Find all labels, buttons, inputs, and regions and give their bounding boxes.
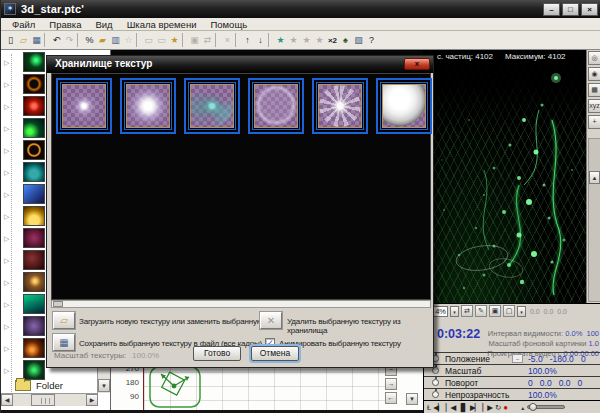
effect-thumbnail[interactable]: ▷ — [23, 294, 45, 314]
pause-button[interactable]: ▐▌ — [458, 403, 467, 412]
menu-item[interactable]: Файл — [5, 19, 42, 30]
slider-thumb[interactable] — [529, 403, 537, 411]
axes-icon[interactable]: xyz — [588, 99, 600, 113]
background-image-icon[interactable]: ▧ — [352, 33, 365, 48]
effect-thumbnail[interactable]: ▷ — [23, 206, 45, 226]
delete-texture-button[interactable]: ✕ — [260, 312, 282, 329]
scroll-right-icon[interactable]: ▶ — [86, 394, 98, 406]
move-up-icon[interactable]: ↑ — [241, 33, 254, 48]
expand-arrow-icon[interactable]: ▷ — [4, 59, 9, 67]
scrollbar-thumb[interactable] — [53, 301, 63, 307]
effect-thumbnail[interactable]: ▷ — [23, 228, 45, 248]
expand-arrow-icon[interactable]: ▷ — [4, 367, 9, 375]
scroll-left-icon[interactable]: ◀ — [1, 394, 13, 406]
load-texture-button[interactable]: ▱ — [53, 312, 75, 329]
particles-star-icon[interactable]: ★ — [274, 33, 287, 48]
property-row[interactable]: Положение ~ -5.0 -180.0 0 — [424, 352, 600, 364]
effect-thumbnail[interactable]: ▷ — [23, 118, 45, 138]
expand-arrow-icon[interactable]: ▷ — [4, 103, 9, 111]
graph-dropdown-button[interactable]: ▾ — [406, 393, 418, 405]
expand-arrow-icon[interactable]: ▷ — [4, 147, 9, 155]
expand-arrow-icon[interactable]: ▷ — [4, 279, 9, 287]
property-row[interactable]: Поворот ~ 0 0.0 0.0 0 — [424, 376, 600, 388]
copy-icon[interactable]: ▣ — [188, 33, 201, 48]
texture-scrollbar[interactable] — [51, 300, 431, 308]
effect-thumbnail[interactable]: ▷ — [23, 184, 45, 204]
tool-button[interactable]: Ł — [427, 403, 430, 412]
to-start-button[interactable]: ▏◀ — [446, 403, 456, 412]
titlebar[interactable]: ✶ 3d_star.ptc' – □ × — [1, 0, 600, 18]
expand-arrow-icon[interactable]: ▷ — [4, 81, 9, 89]
emitter-icon[interactable]: % — [83, 33, 96, 48]
expand-arrow-icon[interactable]: ▷ — [4, 257, 9, 265]
texture-slot[interactable] — [184, 78, 240, 134]
speed-slider[interactable] — [527, 405, 565, 409]
zoom-dropdown-icon[interactable]: ▾ — [450, 306, 459, 317]
effect-thumbnail[interactable]: ▷ — [23, 360, 45, 380]
redo-icon[interactable]: ↷ — [63, 33, 76, 48]
step-back-button[interactable]: ◀▏ — [433, 403, 443, 412]
copy-frame-icon[interactable]: ▣ — [489, 305, 501, 317]
move-down-icon[interactable]: ↓ — [254, 33, 267, 48]
effect-thumbnail[interactable]: ▷ — [23, 96, 45, 116]
texture-slot[interactable] — [56, 78, 112, 134]
dialog-titlebar[interactable]: Хранилище текстур — [47, 56, 433, 73]
add-star-icon[interactable]: ☆ — [122, 33, 135, 48]
property-row[interactable]: Масштаб ~ 100.0% — [424, 364, 600, 376]
texture-slot[interactable] — [312, 78, 368, 134]
texture-slot[interactable] — [248, 78, 304, 134]
scrollbar-thumb[interactable] — [31, 394, 55, 406]
x2-icon[interactable]: ×2 — [326, 33, 339, 48]
record-button[interactable]: ● — [503, 403, 508, 412]
figure-icon[interactable]: + — [588, 115, 600, 129]
expand-arrow-icon[interactable]: ▷ — [4, 301, 9, 309]
dialog-close-button[interactable]: x — [404, 58, 430, 70]
camera-icon[interactable]: ◎ — [588, 51, 600, 65]
tree-horizontal-scrollbar[interactable]: ◀ ▶ — [1, 393, 98, 406]
menu-item[interactable]: Помощь — [203, 19, 254, 30]
graph-prev-button[interactable]: ← — [385, 392, 397, 404]
particle-preview[interactable]: с. частиц: 4102 Максимум: 4102 — [424, 50, 586, 303]
camera-dropdown-icon[interactable]: ▾ — [517, 306, 526, 317]
swap-icon[interactable]: ⇄ — [201, 33, 214, 48]
preview-scrollbar[interactable]: ▲ — [588, 138, 600, 302]
texture-slot[interactable] — [376, 78, 432, 134]
tree-item-folder[interactable]: Folder — [15, 380, 63, 391]
save-file-icon[interactable]: ▦ — [30, 33, 43, 48]
effect-thumbnail[interactable]: ▷ — [23, 272, 45, 292]
undo-icon[interactable]: ↶ — [50, 33, 63, 48]
pencil-icon[interactable]: ✎ — [475, 305, 487, 317]
expand-arrow-icon[interactable]: ▷ — [4, 323, 9, 331]
help-icon[interactable]: ? — [365, 33, 378, 48]
expand-arrow-icon[interactable]: ▷ — [4, 345, 9, 353]
expand-arrow-icon[interactable]: ▷ — [4, 125, 9, 133]
scrollbar-thumb[interactable]: ▲ — [589, 171, 600, 184]
maximize-button[interactable]: □ — [562, 3, 579, 16]
expand-arrow-icon[interactable]: ▷ — [4, 191, 9, 199]
open-folder-icon[interactable]: ▰ — [96, 33, 109, 48]
effect-thumbnail[interactable]: ▷ — [23, 316, 45, 336]
pause-view-icon[interactable]: ◉ — [588, 67, 600, 81]
star-gray3-icon[interactable]: ★ — [313, 33, 326, 48]
effect-thumbnail[interactable]: ▷ — [23, 338, 45, 358]
new-file-icon[interactable]: ▯ — [4, 33, 17, 48]
effect-thumbnail[interactable]: ▷ — [23, 162, 45, 182]
expand-arrow-icon[interactable]: ▷ — [4, 213, 9, 221]
magic-wand-icon[interactable]: ★ — [168, 33, 181, 48]
import-icon[interactable]: ▭ — [155, 33, 168, 48]
save-texture-button[interactable]: ▦ — [53, 334, 75, 351]
minimize-button[interactable]: – — [543, 3, 560, 16]
effect-thumbnail[interactable]: ▷ — [23, 52, 45, 72]
to-end-button[interactable]: ▏▶ — [482, 403, 492, 412]
star-gray1-icon[interactable]: ★ — [287, 33, 300, 48]
done-button[interactable]: Готово — [193, 346, 241, 361]
video-icon[interactable]: ▥ — [109, 33, 122, 48]
property-row[interactable]: Непрозрачность ~ 100.0% — [424, 388, 600, 400]
grid-icon[interactable]: ▦ — [588, 83, 600, 97]
texture-slot[interactable] — [120, 78, 176, 134]
expand-arrow-icon[interactable]: ▷ — [4, 235, 9, 243]
menu-item[interactable]: Вид — [88, 19, 119, 30]
export-icon[interactable]: ▭ — [142, 33, 155, 48]
menu-item[interactable]: Шкала времени — [120, 19, 204, 30]
close-button[interactable]: × — [581, 3, 598, 16]
